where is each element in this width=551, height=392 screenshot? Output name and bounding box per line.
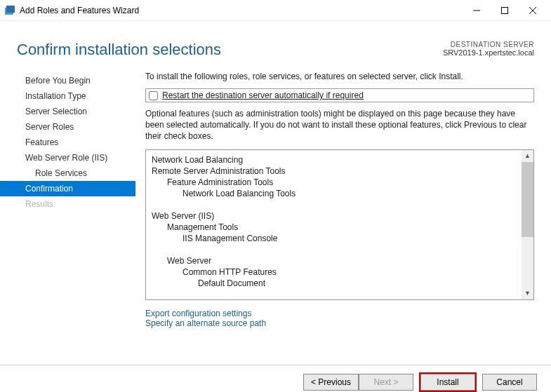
destination-server-box: DESTINATION SERVER SRV2019-1.xpertstec.l… [443,41,534,57]
destination-label: DESTINATION SERVER [443,41,534,48]
content-area: Before You BeginInstallation TypeServer … [0,63,551,365]
feature-list-item: Network Load Balancing Tools [152,188,528,199]
maximize-button[interactable] [491,1,519,20]
feature-list-item: Management Tools [152,222,528,233]
window-title: Add Roles and Features Wizard [20,6,139,15]
feature-list-item: IIS Management Console [152,233,528,244]
window-titlebar: Add Roles and Features Wizard [0,0,551,21]
main-panel: To install the following roles, role ser… [135,63,551,365]
restart-checkbox-row[interactable]: Restart the destination server automatic… [145,88,534,102]
close-button[interactable] [519,1,547,20]
feature-list-item: Web Server (IIS) [152,210,528,222]
previous-button[interactable]: < Previous [303,374,359,391]
nav-button-group: < Previous Next > [303,374,413,391]
feature-list-item: Common HTTP Features [152,266,528,278]
cancel-button[interactable]: Cancel [482,374,537,391]
install-button[interactable]: Install [420,374,475,391]
feature-list-item [152,244,528,255]
wizard-footer: < Previous Next > Install Cancel [0,365,551,392]
sidebar-item-features[interactable]: Features [0,135,135,150]
sidebar-item-server-selection[interactable]: Server Selection [0,104,135,119]
export-config-link[interactable]: Export configuration settings [145,309,534,318]
next-button: Next > [359,374,413,391]
feature-list-item: Web Server [152,255,528,266]
header-row: Confirm installation selections DESTINAT… [0,21,551,63]
scroll-up-button[interactable]: ▲ [522,150,533,162]
minimize-button[interactable] [463,1,491,20]
features-list-inner: Network Load BalancingRemote Server Admi… [146,150,533,299]
feature-list-item: Default Document [152,278,528,289]
sidebar-item-results: Results [0,196,135,212]
bottom-links: Export configuration settings Specify an… [145,309,534,328]
feature-list-item: Remote Server Administration Tools [152,165,528,177]
feature-list-item: Feature Administration Tools [152,177,528,188]
alt-source-path-link[interactable]: Specify an alternate source path [145,318,534,328]
page-title: Confirm installation selections [17,41,221,59]
features-listbox: Network Load BalancingRemote Server Admi… [145,149,534,300]
sidebar-item-installation-type[interactable]: Installation Type [0,88,135,104]
wizard-sidebar: Before You BeginInstallation TypeServer … [0,63,135,365]
sidebar-item-role-services[interactable]: Role Services [0,165,135,181]
optional-features-note: Optional features (such as administratio… [145,108,534,142]
scroll-track[interactable] [522,162,533,288]
restart-checkbox-label[interactable]: Restart the destination server automatic… [162,90,364,100]
sidebar-item-confirmation[interactable]: Confirmation [0,181,135,196]
feature-list-item: Network Load Balancing [152,154,528,165]
svg-rect-3 [502,7,508,13]
scrollbar: ▲ ▼ [522,150,533,299]
sidebar-item-before-you-begin[interactable]: Before You Begin [0,73,135,88]
sidebar-item-web-server-role-iis-[interactable]: Web Server Role (IIS) [0,150,135,165]
scroll-thumb[interactable] [522,162,533,237]
app-icon [4,5,15,16]
window-controls [463,1,547,20]
sidebar-item-server-roles[interactable]: Server Roles [0,119,135,135]
destination-value: SRV2019-1.xpertstec.local [443,48,534,57]
scroll-down-button[interactable]: ▼ [522,288,533,299]
feature-list-item [152,199,528,210]
svg-rect-1 [6,6,15,13]
restart-checkbox[interactable] [149,91,158,100]
intro-text: To install the following roles, role ser… [145,72,534,81]
